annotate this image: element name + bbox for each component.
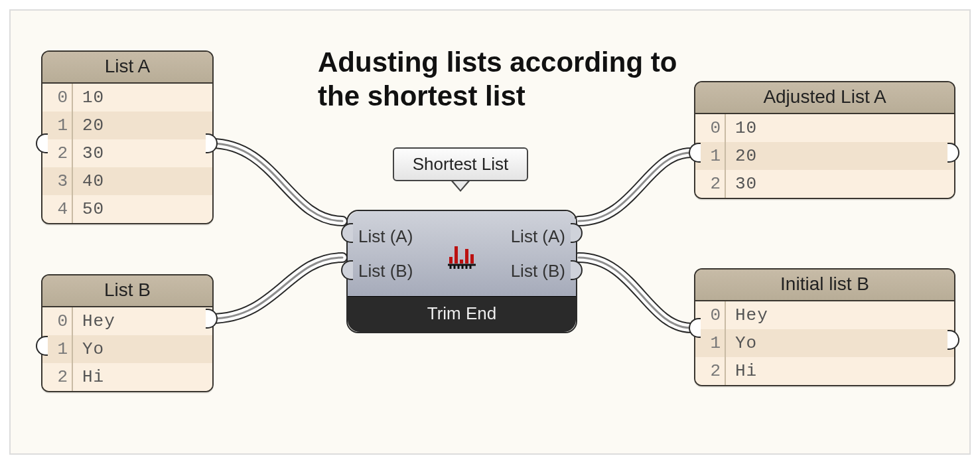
panel-list-a[interactable]: List A 010 120 230 340 450: [41, 50, 214, 224]
index-divider: [725, 114, 726, 198]
row-index: 0: [42, 311, 72, 331]
panel-output-grip[interactable]: [947, 330, 959, 350]
panel-output-grip[interactable]: [206, 309, 218, 329]
component-body: List (A) List (B): [348, 211, 576, 296]
table-row: 2Hi: [695, 357, 954, 385]
row-value: Yo: [72, 339, 104, 359]
panel-title: List B: [42, 275, 212, 307]
table-row: 230: [695, 170, 954, 198]
row-index: 4: [42, 199, 72, 219]
table-row: 010: [695, 114, 954, 142]
input-port-a-label: List (A): [358, 226, 431, 247]
table-row: 120: [695, 142, 954, 170]
input-port-b[interactable]: [341, 260, 353, 280]
row-index: 3: [42, 171, 72, 191]
svg-rect-9: [460, 260, 463, 264]
output-port-b[interactable]: [571, 260, 583, 280]
panel-initial-list-b[interactable]: Initial list B 0Hey 1Yo 2Hi: [694, 268, 955, 386]
input-port-b-label: List (B): [358, 261, 431, 281]
diagram-frame: Adusting lists according to the shortest…: [9, 9, 971, 455]
panel-input-grip[interactable]: [36, 133, 48, 153]
row-value: Hey: [725, 305, 768, 325]
row-index: 2: [695, 361, 725, 381]
panel-title: List A: [42, 52, 212, 84]
row-index: 0: [695, 118, 725, 138]
row-index: 2: [42, 367, 72, 387]
svg-rect-8: [455, 246, 458, 264]
row-value: 40: [72, 171, 104, 191]
row-value: 20: [72, 116, 104, 135]
row-index: 2: [695, 174, 725, 194]
panel-adjusted-list-a[interactable]: Adjusted List A 010 120 230: [694, 81, 955, 199]
tooltip-label: Shortest List: [393, 147, 528, 181]
panel-body: 010 120 230 340 450: [42, 84, 212, 223]
output-port-a[interactable]: [571, 223, 583, 243]
panel-output-grip[interactable]: [206, 133, 218, 153]
component-inputs: List (A) List (B): [348, 211, 442, 296]
component-outputs: List (A) List (B): [482, 211, 576, 296]
table-row: 230: [42, 139, 212, 167]
panel-title: Initial list B: [695, 270, 954, 301]
row-index: 0: [42, 88, 72, 108]
panel-input-grip[interactable]: [36, 336, 48, 356]
bar-chart-icon: [442, 211, 482, 296]
row-value: 10: [725, 118, 757, 138]
row-value: Yo: [725, 333, 757, 353]
table-row: 0Hey: [695, 301, 954, 329]
panel-input-grip[interactable]: [689, 143, 701, 163]
row-value: 30: [72, 143, 104, 163]
panel-body: 0Hey 1Yo 2Hi: [42, 307, 212, 391]
panel-body: 010 120 230: [695, 114, 954, 198]
table-row: 2Hi: [42, 363, 212, 391]
table-row: 120: [42, 112, 212, 139]
component-shortest-list[interactable]: List (A) List (B): [346, 210, 577, 333]
index-divider: [72, 84, 73, 223]
row-value: 20: [725, 146, 757, 166]
table-row: 450: [42, 195, 212, 223]
table-row: 010: [42, 84, 212, 112]
row-value: 50: [72, 199, 104, 219]
component-name: Trim End: [348, 296, 576, 332]
panel-output-grip[interactable]: [947, 143, 959, 163]
index-divider: [72, 307, 73, 391]
svg-rect-10: [465, 249, 468, 264]
table-row: 1Yo: [42, 335, 212, 363]
row-index: 1: [42, 116, 72, 135]
input-port-a[interactable]: [341, 223, 353, 243]
panel-input-grip[interactable]: [689, 318, 701, 338]
panel-list-b[interactable]: List B 0Hey 1Yo 2Hi: [41, 274, 214, 392]
output-port-b-label: List (B): [492, 261, 565, 281]
row-value: Hi: [72, 367, 104, 387]
row-value: 10: [72, 88, 104, 108]
svg-rect-11: [470, 254, 474, 264]
row-value: Hi: [725, 361, 757, 381]
svg-rect-7: [449, 257, 453, 264]
panel-title: Adjusted List A: [695, 82, 954, 114]
table-row: 0Hey: [42, 307, 212, 335]
table-row: 1Yo: [695, 329, 954, 357]
tooltip-shortest-list: Shortest List: [393, 147, 528, 192]
index-divider: [725, 301, 726, 385]
panel-body: 0Hey 1Yo 2Hi: [695, 301, 954, 385]
output-port-a-label: List (A): [492, 226, 565, 247]
diagram-title: Adusting lists according to the shortest…: [318, 45, 689, 113]
row-value: 30: [725, 174, 757, 194]
row-value: Hey: [72, 311, 115, 331]
table-row: 340: [42, 167, 212, 195]
tooltip-tail-icon: [451, 181, 470, 192]
